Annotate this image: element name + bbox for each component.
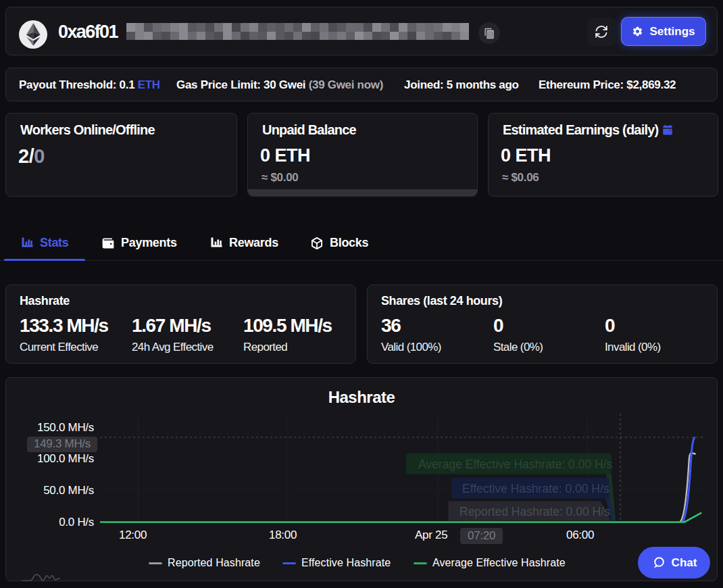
svg-text:Effective Hashrate: 0.00 H/s: Effective Hashrate: 0.00 H/s bbox=[462, 482, 609, 495]
svg-text:Average Effective Hashrate: 0.: Average Effective Hashrate: 0.00 H/s bbox=[418, 458, 613, 471]
svg-text:Reported Hashrate: 0.00 H/s: Reported Hashrate: 0.00 H/s bbox=[459, 505, 610, 518]
